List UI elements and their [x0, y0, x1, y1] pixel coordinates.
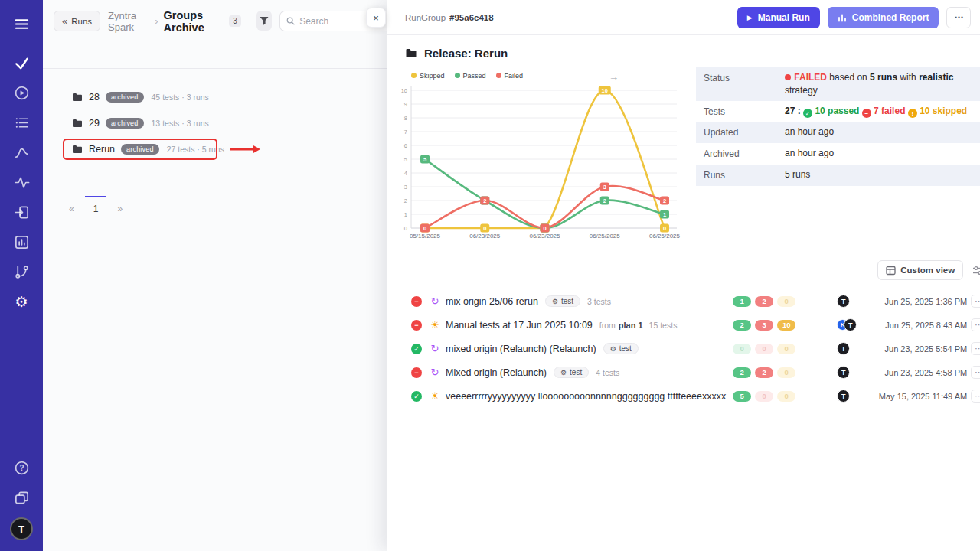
info-row-tests: Tests 27 : ✓ 10 passed − 7 failed ! 10 s… — [696, 101, 980, 122]
custom-view-button[interactable]: Custom view — [877, 260, 963, 280]
passed-check-icon: ✓ — [803, 109, 812, 118]
svg-text:0: 0 — [423, 225, 426, 232]
table-grid-icon — [886, 266, 896, 276]
report-bars-icon — [838, 13, 847, 22]
breadcrumb-project[interactable]: Zyntra Spark — [108, 10, 149, 33]
failed-pill: 0 — [755, 344, 773, 354]
run-main: ✓ ☀ veeeerrrrryyyyyyyyyy llooooooooonnnn… — [411, 391, 733, 402]
tag-badge[interactable]: ⚙test — [603, 343, 639, 354]
import-icon — [14, 204, 30, 220]
run-plan-link[interactable]: plan 1 — [619, 321, 643, 330]
run-avatars: T — [837, 366, 867, 379]
tag-label: test — [561, 297, 573, 305]
run-row[interactable]: ✓ ↻ mixed origin (Relaunch) (Relaunch) ⚙… — [411, 337, 980, 360]
sidebar-item-pulse[interactable] — [6, 168, 37, 197]
chart-legend: SkippedPassedFailed — [391, 64, 688, 81]
combined-report-button[interactable]: Combined Report — [828, 7, 939, 28]
pagination-page-1[interactable]: 1 — [85, 196, 107, 214]
tests-skipped: 10 skipped — [920, 106, 967, 116]
run-avatars: K T — [837, 318, 867, 331]
archived-badge: archived — [106, 92, 144, 103]
user-avatar[interactable]: T — [6, 513, 37, 540]
sidebar-item-runs[interactable] — [6, 78, 37, 108]
run-more-button[interactable]: ⋯ — [971, 318, 980, 331]
updated-value: an hour ago — [785, 126, 976, 139]
sidebar-item-import[interactable] — [6, 197, 37, 227]
tag-label: test — [570, 368, 582, 377]
run-row[interactable]: − ☀ Manual tests at 17 Jun 2025 10:09 fr… — [411, 313, 980, 337]
info-label: Status — [704, 71, 785, 97]
detail-more-button[interactable]: ⋯ — [946, 7, 971, 28]
tag-badge[interactable]: ⚙test — [545, 295, 580, 307]
view-settings-button[interactable] — [972, 266, 980, 276]
run-stats: 2 2 0 — [733, 367, 806, 378]
list-icon — [14, 115, 30, 131]
run-row[interactable]: − ↻ Mixed origin (Relaunch) ⚙test 4 test… — [411, 360, 980, 384]
chart-block: SkippedPassedFailed → 01234567891005/15/… — [391, 64, 688, 243]
rungroup-id: #95a6c418 — [449, 13, 494, 22]
bar-chart-icon — [14, 234, 30, 250]
pagination-next[interactable]: » — [111, 196, 129, 214]
view-toolbar: Custom view — [387, 243, 980, 288]
run-failed-icon: − — [411, 367, 422, 378]
run-title[interactable]: mix origin 25/06 rerun — [446, 296, 538, 307]
pagination: « 1 » — [63, 196, 387, 214]
svg-text:2: 2 — [603, 197, 606, 204]
svg-text:1: 1 — [404, 211, 407, 218]
skipped-pill: 0 — [777, 367, 795, 378]
passed-pill: 2 — [733, 320, 751, 331]
manual-run-button[interactable]: ▶ Manual Run — [737, 7, 820, 28]
gear-icon: ⚙ — [560, 369, 567, 377]
avatar: T — [844, 318, 857, 331]
sidebar-item-settings[interactable]: ⚙ — [6, 287, 37, 317]
back-label: Runs — [71, 17, 92, 26]
rungroup-label: RunGroup — [405, 13, 446, 22]
svg-text:4: 4 — [404, 170, 407, 177]
info-label: Archived — [704, 147, 785, 161]
sidebar-item-plans[interactable] — [6, 108, 37, 138]
svg-text:9: 9 — [404, 101, 407, 108]
sidebar-item-analytics[interactable] — [6, 138, 37, 168]
run-row[interactable]: ✓ ☀ veeeerrrrryyyyyyyyyy llooooooooonnnn… — [411, 384, 980, 408]
projects-button[interactable] — [6, 483, 37, 513]
help-button[interactable]: ? — [6, 453, 37, 483]
back-to-runs-button[interactable]: « Runs — [54, 11, 100, 31]
run-more-button[interactable]: ⋯ — [971, 390, 980, 403]
pagination-prev[interactable]: « — [63, 196, 80, 214]
chart-pan-arrow-icon[interactable]: → — [609, 71, 619, 83]
svg-text:3: 3 — [404, 184, 407, 191]
sidebar-item-reports[interactable] — [6, 227, 37, 257]
run-title[interactable]: Mixed origin (Relaunch) — [446, 367, 547, 378]
breadcrumb-current: Groups Archive — [164, 9, 224, 34]
group-row-28[interactable]: 28 archived 45 tests · 3 runs — [43, 84, 387, 110]
svg-text:3: 3 — [603, 184, 606, 191]
run-tests-count: 15 tests — [649, 321, 678, 330]
filter-button[interactable] — [256, 11, 272, 31]
automated-run-icon: ↻ — [428, 367, 442, 377]
sidebar-item-tests[interactable] — [6, 48, 37, 78]
custom-view-label: Custom view — [900, 266, 955, 275]
menu-button[interactable] — [6, 9, 37, 39]
run-passed-icon: ✓ — [411, 344, 422, 354]
run-title[interactable]: veeeerrrrryyyyyyyyyy llooooooooonnnnnggg… — [446, 391, 726, 402]
svg-text:06/23/2025: 06/23/2025 — [529, 233, 560, 240]
folder-icon — [72, 93, 83, 102]
run-title[interactable]: mixed origin (Relaunch) (Relaunch) — [446, 344, 596, 354]
run-more-button[interactable]: ⋯ — [971, 295, 980, 308]
automated-run-icon: ↻ — [428, 344, 442, 354]
avatar-initial: T — [10, 517, 33, 540]
search-icon — [286, 16, 295, 26]
panel-close-button[interactable]: × — [366, 8, 386, 28]
run-title[interactable]: Manual tests at 17 Jun 2025 10:09 — [446, 320, 593, 331]
run-row[interactable]: − ↻ mix origin 25/06 rerun ⚙test 3 tests… — [411, 289, 980, 313]
group-name: 29 — [89, 118, 100, 129]
run-stats: 0 0 0 — [733, 344, 806, 354]
sidebar-item-branches[interactable] — [6, 257, 37, 287]
svg-text:5: 5 — [404, 156, 407, 163]
tag-badge[interactable]: ⚙test — [554, 367, 589, 378]
group-row-29[interactable]: 29 archived 13 tests · 3 runs — [43, 110, 387, 136]
group-row-rerun[interactable]: Rerun archived 27 tests · 5 runs — [43, 136, 387, 162]
run-more-button[interactable]: ⋯ — [971, 342, 980, 355]
run-more-button[interactable]: ⋯ — [971, 366, 980, 379]
play-icon: ▶ — [747, 14, 753, 21]
